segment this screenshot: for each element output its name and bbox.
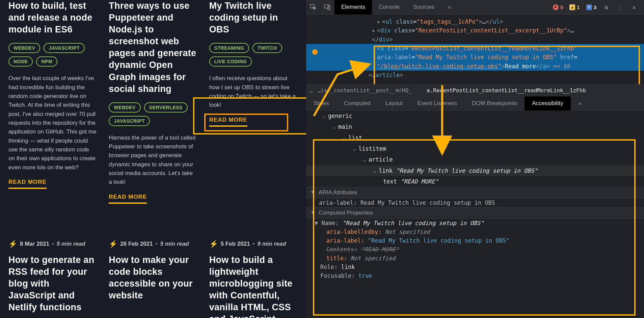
blog-post: Three ways to use Puppeteer and Node.js … — [109, 0, 197, 204]
warning-count-badge[interactable]: ▲1 — [567, 3, 582, 11]
accessibility-tree-panel[interactable]: ⌵generic ⌵main ⌵list ⌵listitem ⌵article … — [306, 111, 644, 318]
post-excerpt: Over the last couple of weeks I've had i… — [8, 74, 97, 172]
aria-attributes-section[interactable]: ▼ARIA Attributes — [306, 187, 644, 198]
close-icon[interactable]: ✕ — [628, 1, 641, 14]
lightning-icon: ⚡ — [8, 240, 17, 248]
tag[interactable]: LIVE CODING — [209, 56, 252, 67]
tag[interactable]: TWITCH — [252, 43, 282, 53]
blog-post: ⚡ 26 Feb 2021 • 5 min read How to make y… — [109, 216, 197, 318]
tag[interactable]: JAVASCRIPT — [44, 43, 85, 53]
post-meta: ⚡ 5 Feb 2021 • 9 min read — [209, 240, 298, 248]
inspect-element-icon[interactable] — [306, 0, 320, 15]
devtools-panel: Elements Console Sources » ✕5 ▲1 ≡3 ⚙ ⋮ … — [306, 0, 644, 318]
post-title[interactable]: How to generate an RSS feed for your blo… — [8, 254, 97, 313]
aria-attribute-row: aria-label: Read My Twitch live coding s… — [306, 198, 644, 207]
breadcrumb-item-current[interactable]: a.RecentPostList_contentList__readMoreLi… — [427, 87, 586, 94]
blog-post: My Twitch live coding setup in OBS STREA… — [209, 0, 298, 204]
blog-post: How to build, test and release a node mo… — [8, 0, 97, 204]
post-title[interactable]: How to build, test and release a node mo… — [8, 0, 97, 35]
post-excerpt: Harness the power of a tool called Puppe… — [109, 133, 197, 187]
tag[interactable]: SERVERLESS — [144, 102, 188, 113]
subtab-accessibility[interactable]: Accessibility — [525, 96, 571, 111]
kebab-menu-icon[interactable]: ⋮ — [614, 1, 627, 14]
devtools-tab-sources[interactable]: Sources — [406, 0, 441, 15]
post-meta: ⚡ 8 Mar 2021 • 5 min read — [8, 240, 97, 248]
read-more-link[interactable]: READ MORE — [8, 179, 47, 189]
post-readtime: 5 min read — [57, 241, 85, 247]
blog-post: ⚡ 8 Mar 2021 • 5 min read How to generat… — [8, 216, 97, 318]
tag[interactable]: NPM — [36, 56, 57, 67]
subtab-dom-breakpoints[interactable]: DOM Breakpoints — [464, 96, 525, 111]
dom-tree-panel[interactable]: ▸<ul class="tags_tags__1cAPo">…</ul> ▸<d… — [306, 15, 644, 84]
tag[interactable]: WEBDEV — [8, 43, 40, 53]
accessibility-tree-selected-node[interactable]: ⌵link "Read My Twitch live coding setup … — [306, 165, 644, 176]
devtools-tab-more[interactable]: » — [441, 0, 458, 15]
computed-contents-row: Contents: "READ MORE" — [306, 245, 644, 254]
error-count-badge[interactable]: ✕5 — [550, 3, 566, 11]
computed-title-row: title: Not specified — [306, 254, 644, 263]
subtab-event-listeners[interactable]: Event Listeners — [410, 96, 464, 111]
post-readtime: 9 min read — [258, 241, 286, 247]
post-title[interactable]: Three ways to use Puppeteer and Node.js … — [109, 0, 197, 95]
post-date: 26 Feb 2021 — [120, 241, 153, 247]
post-title[interactable]: My Twitch live coding setup in OBS — [209, 0, 298, 35]
read-more-link[interactable]: READ MORE — [109, 194, 147, 204]
lightning-icon: ⚡ — [209, 240, 218, 248]
subtab-styles[interactable]: Styles — [306, 96, 337, 111]
post-meta: ⚡ 26 Feb 2021 • 5 min read — [109, 240, 197, 248]
post-title[interactable]: How to make your code blocks accessible … — [109, 254, 197, 301]
post-date: 5 Feb 2021 — [221, 241, 250, 247]
tag[interactable]: STREAMING — [209, 43, 249, 53]
computed-labelledby-row: aria-labelledby: Not specified — [306, 227, 644, 236]
devtools-tab-elements[interactable]: Elements — [334, 0, 372, 15]
tag[interactable]: WEBDEV — [109, 102, 140, 113]
computed-arialabel-row: aria-label: "Read My Twitch live coding … — [306, 236, 644, 245]
dom-selected-node[interactable]: <a class="RecentPostList_contentList__re… — [306, 44, 644, 53]
computed-role-row: Role: link — [306, 263, 644, 271]
computed-focusable-row: Focusable: true — [306, 271, 644, 280]
read-more-link[interactable]: READ MORE — [209, 117, 247, 127]
blog-content-panel: How to build, test and release a node mo… — [0, 0, 306, 318]
post-title[interactable]: How to build a lightweight microblogging… — [209, 254, 298, 318]
info-count-badge[interactable]: ≡3 — [584, 3, 599, 11]
lightning-icon: ⚡ — [109, 240, 117, 248]
breakpoint-indicator-icon[interactable] — [312, 49, 318, 55]
devtools-tab-console[interactable]: Console — [372, 0, 406, 15]
settings-icon[interactable]: ⚙ — [600, 1, 613, 14]
subtab-layout[interactable]: Layout — [378, 96, 410, 111]
breadcrumb-item[interactable]: …ist_contentList__post__mrHQ_ — [318, 87, 412, 94]
svg-rect-1 — [324, 5, 329, 8]
post-readtime: 5 min read — [160, 241, 189, 247]
computed-name-row: ▼ Name: "Read My Twitch live coding setu… — [306, 219, 644, 227]
post-excerpt: I often receive questions about how I se… — [209, 74, 298, 109]
device-toolbar-icon[interactable] — [320, 0, 334, 15]
post-date: 8 Mar 2021 — [20, 241, 49, 247]
subtab-computed[interactable]: Computed — [337, 96, 378, 111]
devtools-subtabs: Styles Computed Layout Event Listeners D… — [306, 96, 644, 111]
computed-properties-section[interactable]: ▼Computed Properties — [306, 207, 644, 219]
devtools-toolbar: Elements Console Sources » ✕5 ▲1 ≡3 ⚙ ⋮ … — [306, 0, 644, 15]
subtab-more[interactable]: » — [571, 96, 589, 111]
blog-post: ⚡ 5 Feb 2021 • 9 min read How to build a… — [209, 216, 298, 318]
tag[interactable]: NODE — [8, 56, 33, 67]
dom-breadcrumb[interactable]: … …ist_contentList__post__mrHQ_ 〉 a.Rece… — [306, 84, 644, 96]
tag[interactable]: JAVASCRIPT — [109, 116, 150, 126]
